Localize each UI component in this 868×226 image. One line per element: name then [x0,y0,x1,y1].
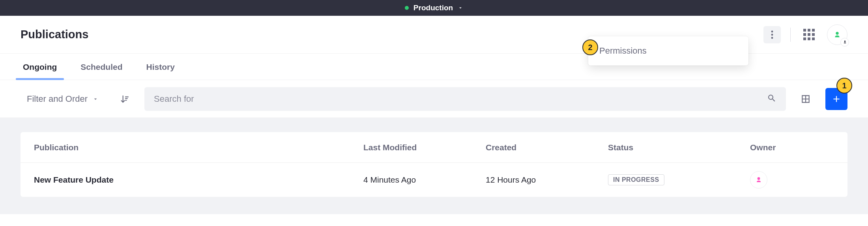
filter-and-order-dropdown[interactable]: Filter and Order [21,91,105,107]
apps-menu-button[interactable] [800,26,817,43]
table-row[interactable]: New Feature Update 4 Minutes Ago 12 Hour… [21,163,847,197]
publication-owner [750,171,833,189]
row-actions-button[interactable] [833,171,847,189]
callout-1-number: 1 [842,81,846,90]
tab-history-label: History [146,62,175,71]
header-kebab-popover: Permissions [588,36,748,65]
page-header: Publications Permissions 2 [0,16,868,54]
publication-name: New Feature Update [34,175,363,185]
toolbar: Filter and Order 1 [0,80,868,118]
callout-badge-1: 1 [836,78,852,93]
env-status-dot [405,6,409,10]
user-small-icon [843,40,847,44]
page-title: Publications [21,28,88,41]
col-last-modified[interactable]: Last Modified [363,143,486,152]
col-created[interactable]: Created [486,143,608,152]
svg-point-2 [771,37,773,39]
owner-avatar[interactable] [750,171,767,189]
tab-ongoing-label: Ongoing [23,62,57,71]
plus-icon [831,94,842,104]
callout-badge-2: 2 [582,39,598,55]
tab-history[interactable]: History [144,54,177,80]
svg-point-0 [771,30,773,32]
environment-bar[interactable]: Production [0,0,868,16]
popover-permissions-item[interactable]: Permissions [599,46,737,56]
col-status[interactable]: Status [608,143,750,152]
tab-scheduled[interactable]: Scheduled [78,54,125,80]
user-icon [755,176,763,184]
publication-created: 12 Hours Ago [486,175,608,185]
col-owner[interactable]: Owner [750,143,833,152]
env-label: Production [413,4,453,12]
publication-status: IN PROGRESS [608,174,750,185]
chevron-down-icon [458,5,463,11]
impersonate-badge [840,38,849,47]
header-actions [763,24,847,45]
tab-ongoing[interactable]: Ongoing [21,54,59,80]
chevron-down-icon [92,96,99,102]
sort-button[interactable] [116,90,133,108]
filter-label-text: Filter and Order [27,94,88,104]
content-area: Publication Last Modified Created Status… [0,118,868,214]
status-badge: IN PROGRESS [608,174,664,185]
user-avatar[interactable] [827,24,847,45]
user-icon [833,30,842,39]
tab-scheduled-label: Scheduled [80,62,122,71]
search-field-wrapper [144,87,786,111]
col-publication[interactable]: Publication [34,143,363,152]
search-input[interactable] [154,94,761,104]
sort-icon [120,94,130,104]
publications-table: Publication Last Modified Created Status… [21,132,847,197]
svg-point-1 [771,34,773,35]
kebab-icon [771,30,773,39]
grid-view-icon [801,94,811,104]
view-grid-button[interactable] [797,90,814,108]
header-kebab-button[interactable] [763,26,781,43]
search-icon [767,93,776,105]
apps-grid-icon [803,29,815,40]
header-divider [790,28,791,42]
callout-2-number: 2 [588,43,592,52]
publication-last-modified: 4 Minutes Ago [363,175,486,185]
table-header-row: Publication Last Modified Created Status… [21,132,847,163]
